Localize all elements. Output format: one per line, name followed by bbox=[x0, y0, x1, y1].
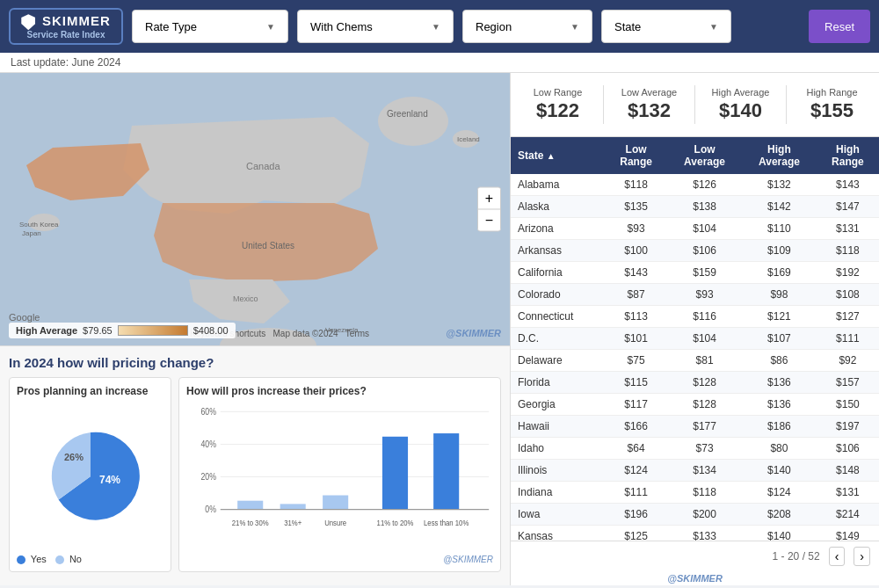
col-state[interactable]: State ▲ bbox=[511, 137, 605, 174]
table-cell: $86 bbox=[742, 350, 817, 372]
reset-button[interactable]: Reset bbox=[809, 10, 870, 43]
table-cell: $73 bbox=[667, 438, 742, 460]
header: SKIMMER Service Rate Index Rate Type ▼ W… bbox=[0, 0, 879, 53]
table-cell: $140 bbox=[742, 526, 817, 541]
svg-text:31%+: 31%+ bbox=[284, 518, 301, 527]
table-cell: $138 bbox=[667, 196, 742, 218]
table-row: Indiana$111$118$124$131 bbox=[511, 482, 879, 504]
table-cell: $197 bbox=[817, 416, 879, 438]
table-cell: $104 bbox=[667, 218, 742, 240]
table-cell: $128 bbox=[667, 372, 742, 394]
table-cell: $100 bbox=[605, 240, 667, 262]
table-cell: $131 bbox=[817, 218, 879, 240]
table-cell: $150 bbox=[817, 394, 879, 416]
table-cell: $111 bbox=[817, 328, 879, 350]
table-cell: Arkansas bbox=[511, 240, 605, 262]
table-cell: $200 bbox=[667, 504, 742, 526]
table-cell: $126 bbox=[667, 174, 742, 196]
high-avg-label: High Average bbox=[706, 87, 775, 98]
table-cell: Iowa bbox=[511, 504, 605, 526]
yes-legend: Yes bbox=[17, 554, 47, 564]
table-cell: $64 bbox=[605, 438, 667, 460]
table-cell: $111 bbox=[605, 482, 667, 504]
zoom-out-button[interactable]: − bbox=[478, 210, 500, 231]
table-cell: $143 bbox=[605, 262, 667, 284]
next-page-button[interactable]: › bbox=[854, 547, 870, 566]
table-cell: Indiana bbox=[511, 482, 605, 504]
stats-row: Low Range $122 Low Average $132 High Ave… bbox=[511, 73, 879, 137]
table-cell: $148 bbox=[817, 460, 879, 482]
table-row: Kansas$125$133$140$149 bbox=[511, 526, 879, 541]
table-cell: $135 bbox=[605, 196, 667, 218]
table-cell: $125 bbox=[605, 526, 667, 541]
table-cell: $131 bbox=[817, 482, 879, 504]
table-cell: Alaska bbox=[511, 196, 605, 218]
table-cell: $87 bbox=[605, 284, 667, 306]
table-row: Hawaii$166$177$186$197 bbox=[511, 416, 879, 438]
svg-rect-26 bbox=[382, 437, 408, 510]
high-range-label: High Range bbox=[797, 87, 867, 98]
col-high-avg[interactable]: HighAverage bbox=[742, 137, 817, 174]
svg-text:South Korea: South Korea bbox=[19, 221, 59, 229]
table-cell: $75 bbox=[605, 350, 667, 372]
chart-section: In 2024 how will pricing change? Pros pl… bbox=[0, 345, 510, 585]
bar-chart-box: How will pros increase their prices? 60%… bbox=[178, 377, 501, 572]
svg-text:20%: 20% bbox=[200, 471, 216, 482]
chevron-down-icon: ▼ bbox=[432, 22, 440, 32]
col-low-range[interactable]: LowRange bbox=[605, 137, 667, 174]
table-cell: $104 bbox=[667, 328, 742, 350]
table-cell: $214 bbox=[817, 504, 879, 526]
logo-subtitle: Service Rate Index bbox=[19, 30, 113, 40]
table-cell: Idaho bbox=[511, 438, 605, 460]
rate-type-dropdown[interactable]: Rate Type ▼ bbox=[132, 10, 288, 43]
pie-chart-title: Pros planning an increase bbox=[17, 385, 163, 397]
pie-legend: Yes No bbox=[17, 554, 163, 564]
logo-title: SKIMMER bbox=[42, 13, 111, 28]
svg-text:11% to 20%: 11% to 20% bbox=[377, 518, 414, 527]
stat-high-range: High Range $155 bbox=[794, 82, 870, 127]
table-row: Iowa$196$200$208$214 bbox=[511, 504, 879, 526]
table-cell: $80 bbox=[742, 438, 817, 460]
state-dropdown[interactable]: State ▼ bbox=[601, 10, 731, 43]
col-high-range[interactable]: HighRange bbox=[817, 137, 879, 174]
bar-chart-area: 60% 40% 20% 0% bbox=[186, 401, 493, 553]
chems-dropdown[interactable]: With Chems ▼ bbox=[297, 10, 454, 43]
table-cell: California bbox=[511, 262, 605, 284]
map-area: Greenland Iceland Canada United States M… bbox=[0, 73, 510, 345]
table-container: State ▲ LowRange LowAverage HighAverage … bbox=[511, 137, 879, 541]
table-row: Alabama$118$126$132$143 bbox=[511, 174, 879, 196]
subheader: Last update: June 2024 bbox=[0, 53, 879, 73]
low-range-value: $122 bbox=[523, 99, 592, 122]
table-row: Colorado$87$93$98$108 bbox=[511, 284, 879, 306]
bar-watermark: @SKIMMER bbox=[186, 555, 493, 564]
table-row: Alaska$135$138$142$147 bbox=[511, 196, 879, 218]
col-low-avg[interactable]: LowAverage bbox=[667, 137, 742, 174]
svg-rect-24 bbox=[280, 504, 306, 509]
zoom-in-button[interactable]: + bbox=[478, 188, 500, 210]
table-cell: $113 bbox=[605, 306, 667, 328]
table-cell: $98 bbox=[742, 284, 817, 306]
table-cell: $115 bbox=[605, 372, 667, 394]
pie-chart-box: Pros planning an increase 74% 26% bbox=[9, 377, 171, 572]
table-cell: Kansas bbox=[511, 526, 605, 541]
no-dot bbox=[55, 555, 64, 564]
prev-page-button[interactable]: ‹ bbox=[829, 547, 846, 566]
table-cell: $106 bbox=[667, 240, 742, 262]
table-cell: $118 bbox=[667, 482, 742, 504]
table-cell: $142 bbox=[742, 196, 817, 218]
table-cell: $157 bbox=[817, 372, 879, 394]
svg-text:United States: United States bbox=[242, 241, 294, 250]
stat-divider-3 bbox=[786, 85, 787, 124]
table-cell: $186 bbox=[742, 416, 817, 438]
table-cell: $107 bbox=[742, 328, 817, 350]
table-row: Connecticut$113$116$121$127 bbox=[511, 306, 879, 328]
table-cell: $140 bbox=[742, 460, 817, 482]
chevron-down-icon: ▼ bbox=[266, 22, 275, 32]
region-dropdown[interactable]: Region ▼ bbox=[462, 10, 592, 43]
pie-chart-svg: 74% 26% bbox=[38, 424, 143, 529]
svg-rect-25 bbox=[323, 496, 348, 510]
last-update-label: Last update: June 2024 bbox=[11, 56, 120, 69]
table-cell: Connecticut bbox=[511, 306, 605, 328]
table-body: Alabama$118$126$132$143Alaska$135$138$14… bbox=[511, 174, 879, 541]
right-panel: Low Range $122 Low Average $132 High Ave… bbox=[511, 73, 879, 585]
